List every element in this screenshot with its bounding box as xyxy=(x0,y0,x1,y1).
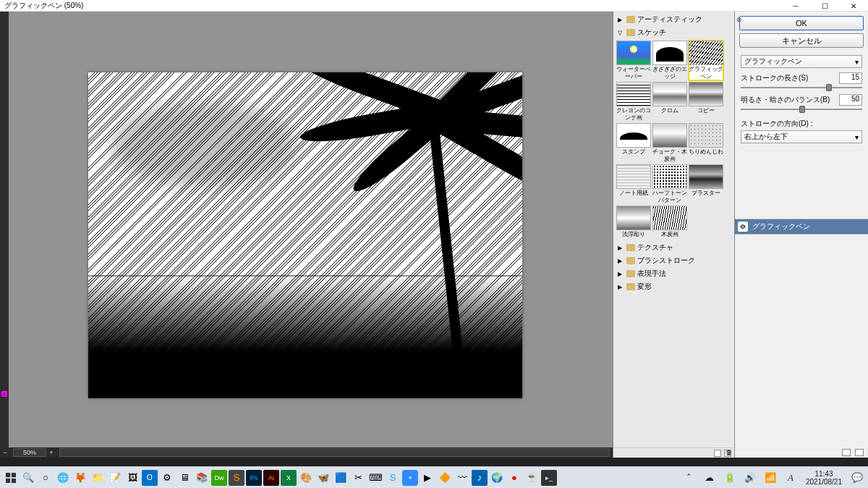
filter-select[interactable]: グラフィックペン ▾ xyxy=(741,55,862,68)
filter-thumb-water-paper[interactable]: ウォーターペーパー xyxy=(616,41,651,80)
filter-thumb-reticulation[interactable]: ちりめんじわ xyxy=(689,123,723,163)
butterfly-icon[interactable]: 🦋 xyxy=(315,470,331,486)
start-button[interactable] xyxy=(3,470,19,486)
titlebar: グラフィックペン (50%) ─ ☐ ✕ xyxy=(0,0,868,12)
chrome-icon[interactable]: 🌐 xyxy=(55,470,71,486)
volume-icon[interactable]: 🔊 xyxy=(742,470,758,486)
filter-thumb-note-paper[interactable]: ノート用紙 xyxy=(616,164,651,204)
effect-layer-row[interactable]: グラフィックペン xyxy=(735,219,868,234)
dreamweaver-icon[interactable]: Dw xyxy=(211,470,227,486)
effect-layer-name: グラフィックペン xyxy=(752,222,810,232)
record-icon[interactable]: ● xyxy=(506,470,522,486)
collapse-toggle[interactable]: ⊗ xyxy=(735,12,744,28)
filter-settings-panel: ⊗ OK キャンセル グラフィックペン ▾ ストロークの長さ(S) 15 明るさ… xyxy=(735,12,868,458)
stroke-length-slider[interactable] xyxy=(741,85,862,90)
windows-taskbar: 🔍 ○ 🌐 🦊 📁 📝 🖼 O ⚙ 🖥 📚 Dw S Ps Ai X 🎨 🦋 🟦… xyxy=(0,466,868,488)
notifications-icon[interactable]: 💬 xyxy=(849,470,865,486)
msn-icon[interactable]: 🟦 xyxy=(333,470,349,486)
zoom-bar: − 50% + xyxy=(0,447,613,458)
keyboard-icon[interactable]: ⌨ xyxy=(367,470,383,486)
screen-sketch-icon[interactable]: 🖥 xyxy=(176,470,192,486)
svg-rect-2 xyxy=(12,473,16,477)
category-label: 変形 xyxy=(637,282,652,292)
direction-select[interactable]: 右上から左下 ▾ xyxy=(741,130,862,143)
filter-thumb-plaster[interactable]: プラスター xyxy=(689,164,723,204)
filter-thumb-graphic-pen[interactable]: グラフィックペン xyxy=(689,41,723,80)
balance-input[interactable]: 50 xyxy=(839,94,862,106)
zoom-app-icon[interactable]: ▪ xyxy=(402,470,418,486)
stroke-length-input[interactable]: 15 xyxy=(839,72,862,84)
filter-thumb-torn-edges[interactable]: ぎざぎざのエッジ xyxy=(652,41,687,80)
category-label: ブラシストローク xyxy=(637,256,695,266)
new-effect-layer-button[interactable] xyxy=(714,450,721,457)
new-layer-icon[interactable] xyxy=(842,449,851,456)
folder-icon xyxy=(626,244,635,251)
filter-thumb-stamp[interactable]: スタンプ xyxy=(616,123,651,163)
outlook-icon[interactable]: O xyxy=(142,470,158,486)
folder-icon xyxy=(626,270,635,277)
trash-icon[interactable] xyxy=(855,449,864,456)
music-icon[interactable]: ♪ xyxy=(472,470,488,486)
category-texture[interactable]: ▶テクスチャ xyxy=(615,241,733,254)
battery-icon[interactable]: 🔋 xyxy=(722,470,738,486)
tray-chevron-icon[interactable]: ˄ xyxy=(681,470,697,486)
firefox-icon[interactable]: 🦊 xyxy=(72,470,88,486)
illustrator-icon[interactable]: Ai xyxy=(263,470,279,486)
category-artistic[interactable]: ▶アーティスティック xyxy=(615,13,733,26)
photos-icon[interactable]: 🖼 xyxy=(124,470,140,486)
delete-effect-layer-button[interactable]: 🗑 xyxy=(724,450,731,457)
explorer-icon[interactable]: 📁 xyxy=(90,470,106,486)
minimize-button[interactable]: ─ xyxy=(781,0,810,12)
svg-point-0 xyxy=(742,226,744,227)
filter-thumb-chalk-charcoal[interactable]: チョーク・木炭画 xyxy=(652,123,687,163)
globe-icon[interactable]: 🌍 xyxy=(489,470,505,486)
media-player-icon[interactable]: ▶ xyxy=(420,470,435,486)
excel-icon[interactable]: X xyxy=(281,470,297,486)
category-brush-strokes[interactable]: ▶ブラシストローク xyxy=(615,254,733,267)
notepad-icon[interactable]: 📝 xyxy=(107,470,123,486)
skype-icon[interactable]: S xyxy=(385,470,401,486)
visibility-toggle[interactable] xyxy=(738,222,748,232)
category-label: アーティスティック xyxy=(637,14,702,25)
filter-thumb-photocopy[interactable]: コピー xyxy=(689,82,723,122)
photoshop-icon[interactable]: Ps xyxy=(246,470,262,486)
category-sketch[interactable]: ▽スケッチ xyxy=(615,26,733,39)
java-icon[interactable]: ☕ xyxy=(524,470,540,486)
filter-thumb-charcoal[interactable]: 木炭画 xyxy=(652,206,687,238)
cmd-icon[interactable]: ▸_ xyxy=(541,470,557,486)
category-label: スケッチ xyxy=(637,28,666,38)
category-stylize[interactable]: ▶表現手法 xyxy=(615,267,733,280)
filter-thumb-bas-relief[interactable]: 浅浮彫り xyxy=(616,206,651,238)
h-scrollbar[interactable] xyxy=(59,448,610,457)
category-distort[interactable]: ▶変形 xyxy=(615,280,733,293)
effect-layers-panel: グラフィックペン xyxy=(735,219,868,235)
balance-label: 明るさ・暗さのバランス(B) xyxy=(741,95,830,105)
ime-icon[interactable]: A xyxy=(783,470,799,486)
ok-button[interactable]: OK xyxy=(739,16,864,30)
filter-thumb-chrome[interactable]: クロム xyxy=(652,82,687,122)
app-status-strip xyxy=(0,458,868,466)
cancel-button[interactable]: キャンセル xyxy=(739,33,864,48)
category-label: 表現手法 xyxy=(637,269,666,279)
preview-image[interactable] xyxy=(88,72,522,398)
wifi-icon[interactable]: 📶 xyxy=(762,470,778,486)
zoom-input[interactable]: 50% xyxy=(13,448,46,457)
filter-thumb-halftone[interactable]: ハーフトーンパターン xyxy=(652,164,687,204)
cortana-icon[interactable]: ○ xyxy=(38,470,54,486)
sublime-icon[interactable]: S xyxy=(229,470,244,486)
search-icon[interactable]: 🔍 xyxy=(20,470,36,486)
maximize-button[interactable]: ☐ xyxy=(810,0,839,12)
filter-gallery-panel: ▶アーティスティック ▽スケッチ ウォーターペーパー ぎざぎざのエッジ グラフィ… xyxy=(613,12,735,458)
balance-slider[interactable] xyxy=(741,107,862,112)
snip-icon[interactable]: ✂ xyxy=(350,470,366,486)
clock[interactable]: 11:43 2021/08/21 xyxy=(803,470,845,486)
library-icon[interactable]: 📚 xyxy=(194,470,210,486)
vlc-icon[interactable]: 🔶 xyxy=(437,470,453,486)
wave-icon[interactable]: 〰 xyxy=(454,470,470,486)
settings-icon[interactable]: ⚙ xyxy=(159,470,175,486)
close-button[interactable]: ✕ xyxy=(839,0,868,12)
stroke-length-label: ストロークの長さ(S) xyxy=(741,73,808,83)
onedrive-icon[interactable]: ☁ xyxy=(702,470,718,486)
filter-thumb-conte-crayon[interactable]: クレヨンのコンテ画 xyxy=(616,82,651,122)
paint-icon[interactable]: 🎨 xyxy=(298,470,314,486)
